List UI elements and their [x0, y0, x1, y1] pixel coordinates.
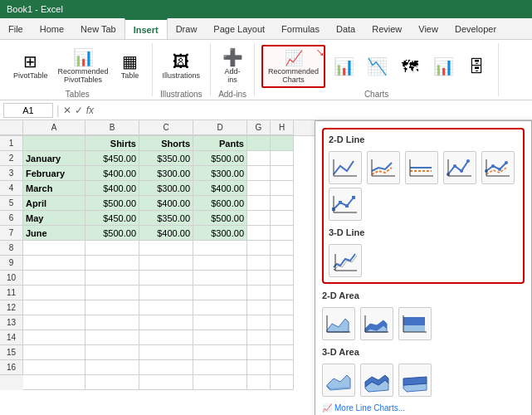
cell-c4[interactable]: $300.00 [139, 181, 193, 196]
recommended-pivottables-button[interactable]: 📊 RecommendedPivotTables [55, 45, 112, 88]
cell-b2[interactable]: $450.00 [85, 151, 139, 166]
charts-maps-button[interactable]: 🗺 [395, 45, 425, 88]
row-header-1[interactable]: 1 [0, 136, 23, 151]
col-header-b[interactable]: B [85, 120, 139, 135]
tab-home[interactable]: Home [32, 18, 72, 39]
cell-a5[interactable]: April [23, 196, 85, 211]
row-header-12[interactable]: 12 [0, 300, 23, 315]
cancel-icon[interactable]: ✕ [63, 105, 71, 116]
tab-view[interactable]: View [410, 18, 447, 39]
cell-d9[interactable] [193, 256, 247, 271]
3d-line-chart-button[interactable] [329, 244, 362, 277]
tab-developer[interactable]: Developer [447, 18, 505, 39]
tab-file[interactable]: File [0, 18, 32, 39]
tab-review[interactable]: Review [364, 18, 410, 39]
cell-e1[interactable] [247, 136, 271, 151]
cell-e4[interactable] [247, 181, 271, 196]
stacked-area-chart-button[interactable] [360, 307, 393, 340]
cell-b5[interactable]: $500.00 [85, 196, 139, 211]
cell-b7[interactable]: $500.00 [85, 226, 139, 241]
3d-area-chart-button[interactable] [322, 364, 355, 397]
charts-line-button[interactable]: 📉 [362, 45, 392, 88]
cell-f1[interactable] [271, 136, 294, 151]
illustrations-button[interactable]: 🖼 Illustrations [159, 45, 204, 88]
tab-formulas[interactable]: Formulas [273, 18, 328, 39]
cell-f8[interactable] [271, 241, 294, 256]
cell-f6[interactable] [271, 211, 294, 226]
cell-a1[interactable] [23, 136, 85, 151]
cell-e5[interactable] [247, 196, 271, 211]
cell-f7[interactable] [271, 226, 294, 241]
cell-b9[interactable] [85, 256, 139, 271]
cell-f4[interactable] [271, 181, 294, 196]
cell-e9[interactable] [247, 256, 271, 271]
cell-c6[interactable]: $350.00 [139, 211, 193, 226]
row-header-9[interactable]: 9 [0, 256, 23, 271]
cell-c5[interactable]: $400.00 [139, 196, 193, 211]
row-header-14[interactable]: 14 [0, 330, 23, 345]
stacked-line-chart-button[interactable] [367, 151, 400, 184]
line-chart-button[interactable] [329, 151, 362, 184]
cell-d6[interactable]: $500.00 [193, 211, 247, 226]
cell-b6[interactable]: $450.00 [85, 211, 139, 226]
stacked-line-markers-chart-button[interactable] [481, 151, 515, 184]
cell-d8[interactable] [193, 241, 247, 256]
cell-e6[interactable] [247, 211, 271, 226]
formula-input[interactable] [97, 105, 529, 115]
line-markers-chart-button[interactable] [443, 151, 476, 184]
charts-3d-button[interactable]: 🗄 [461, 45, 491, 88]
3d-stacked-area-chart-button[interactable] [360, 364, 393, 397]
cell-d4[interactable]: $400.00 [193, 181, 247, 196]
tab-new-tab[interactable]: New Tab [72, 18, 124, 39]
cell-b3[interactable]: $400.00 [85, 166, 139, 181]
charts-2d-bar-button[interactable]: 📊 [329, 45, 359, 88]
addins-button[interactable]: ➕ Add-ins [217, 45, 247, 88]
row-header-6[interactable]: 6 [0, 211, 23, 226]
cell-d2[interactable]: $500.00 [193, 151, 247, 166]
cell-d5[interactable]: $600.00 [193, 196, 247, 211]
cell-a9[interactable] [23, 256, 85, 271]
cell-e3[interactable] [247, 166, 271, 181]
cell-f9[interactable] [271, 256, 294, 271]
row-header-15[interactable]: 15 [0, 345, 23, 360]
row-header-8[interactable]: 8 [0, 241, 23, 256]
col-header-e[interactable]: G [247, 120, 271, 135]
tab-draw[interactable]: Draw [168, 18, 206, 39]
cell-a8[interactable] [23, 241, 85, 256]
cell-d1[interactable]: Pants [193, 136, 247, 151]
row-header-4[interactable]: 4 [0, 181, 23, 196]
more-line-charts-link[interactable]: 📈 More Line Charts... [322, 403, 525, 413]
cell-c2[interactable]: $350.00 [139, 151, 193, 166]
area-chart-button[interactable] [322, 307, 355, 340]
tab-page-layout[interactable]: Page Layout [205, 18, 273, 39]
line-markers-extra-chart-button[interactable] [329, 188, 362, 221]
cell-f3[interactable] [271, 166, 294, 181]
recommended-charts-button[interactable]: → 📈 RecommendedCharts [261, 45, 325, 88]
row-header-10[interactable]: 10 [0, 271, 23, 286]
col-header-c[interactable]: C [139, 120, 193, 135]
cell-e7[interactable] [247, 226, 271, 241]
cell-c1[interactable]: Shorts [139, 136, 193, 151]
cell-a2[interactable]: January [23, 151, 85, 166]
cell-a4[interactable]: March [23, 181, 85, 196]
confirm-icon[interactable]: ✓ [75, 105, 83, 116]
cell-c3[interactable]: $300.00 [139, 166, 193, 181]
table-button[interactable]: ▦ Table [115, 45, 145, 88]
tab-insert[interactable]: Insert [124, 18, 168, 39]
100-stacked-area-chart-button[interactable] [398, 307, 432, 340]
cell-a7[interactable]: June [23, 226, 85, 241]
3d-100-stacked-area-chart-button[interactable] [398, 364, 432, 397]
cell-a3[interactable]: February [23, 166, 85, 181]
row-header-2[interactable]: 2 [0, 151, 23, 166]
name-box[interactable] [3, 103, 53, 118]
pivottable-button[interactable]: ⊞ PivotTable [10, 45, 51, 88]
cell-b4[interactable]: $400.00 [85, 181, 139, 196]
tab-data[interactable]: Data [328, 18, 364, 39]
cell-d7[interactable]: $300.00 [193, 226, 247, 241]
cell-d3[interactable]: $300.00 [193, 166, 247, 181]
row-header-11[interactable]: 11 [0, 286, 23, 300]
cell-e2[interactable] [247, 151, 271, 166]
row-header-3[interactable]: 3 [0, 166, 23, 181]
row-header-7[interactable]: 7 [0, 226, 23, 241]
charts-pivot-button[interactable]: 📊 [428, 45, 458, 88]
